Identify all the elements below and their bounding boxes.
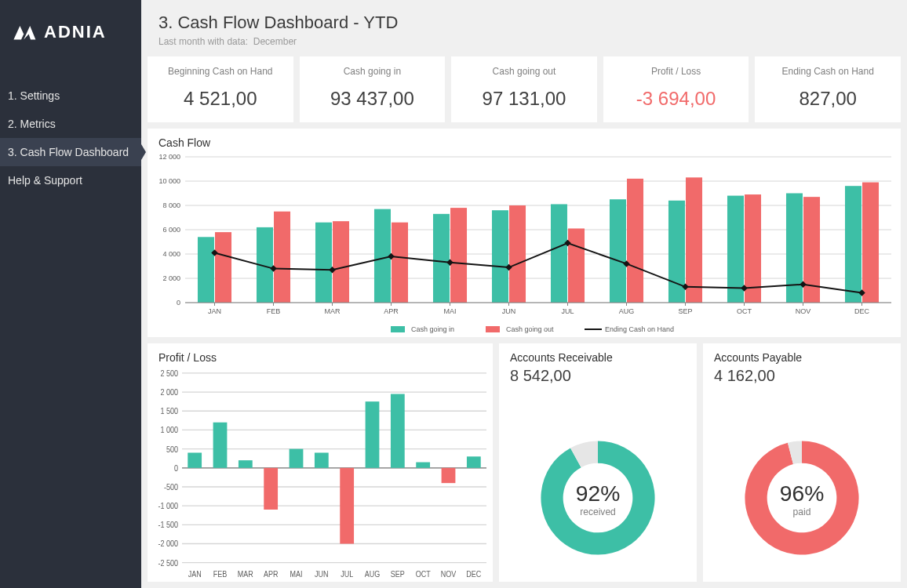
svg-text:12 000: 12 000 bbox=[158, 153, 180, 161]
kpi-value: 97 131,00 bbox=[456, 88, 592, 110]
svg-text:APR: APR bbox=[264, 568, 279, 579]
svg-rect-27 bbox=[392, 223, 408, 303]
svg-rect-43 bbox=[627, 179, 643, 303]
svg-text:FEB: FEB bbox=[267, 307, 281, 315]
svg-text:SEP: SEP bbox=[678, 307, 692, 315]
accounts-payable-panel: Accounts Payable 4 162,00 96%paid bbox=[703, 343, 901, 582]
svg-rect-15 bbox=[215, 232, 231, 303]
brand-name: ADNIA bbox=[44, 22, 107, 42]
svg-rect-122 bbox=[416, 463, 430, 468]
svg-rect-112 bbox=[290, 449, 304, 468]
svg-text:2 000: 2 000 bbox=[160, 387, 178, 397]
kpi-beginning-cash: Beginning Cash on Hand 4 521,00 bbox=[148, 56, 293, 122]
kpi-label: Cash going in bbox=[304, 66, 441, 77]
kpi-value: -3 694,00 bbox=[608, 88, 745, 110]
sidebar-item-settings[interactable]: 1. Settings bbox=[0, 82, 141, 110]
main: 3. Cash Flow Dashboard - YTD Last month … bbox=[141, 0, 907, 588]
kpi-value: 4 521,00 bbox=[152, 88, 289, 110]
svg-rect-110 bbox=[264, 468, 278, 510]
svg-text:Cash going out: Cash going out bbox=[506, 325, 554, 333]
svg-text:8 000: 8 000 bbox=[162, 201, 180, 209]
panel-title: Accounts Payable bbox=[703, 343, 901, 367]
svg-text:Ending Cash on Hand: Ending Cash on Hand bbox=[605, 325, 674, 333]
svg-text:JAN: JAN bbox=[208, 307, 221, 315]
svg-rect-59 bbox=[862, 183, 879, 303]
svg-rect-22 bbox=[315, 223, 332, 303]
svg-rect-35 bbox=[509, 205, 526, 303]
panel-title: Profit / Loss bbox=[148, 343, 493, 367]
kpi-value: 827,00 bbox=[759, 88, 896, 110]
svg-text:JAN: JAN bbox=[188, 568, 202, 579]
svg-rect-39 bbox=[568, 228, 585, 303]
svg-text:2 000: 2 000 bbox=[162, 274, 180, 282]
svg-rect-75 bbox=[391, 326, 405, 332]
svg-text:-1 500: -1 500 bbox=[158, 519, 178, 530]
page-header: 3. Cash Flow Dashboard - YTD Last month … bbox=[141, 0, 907, 56]
svg-rect-126 bbox=[467, 456, 481, 468]
svg-text:AUG: AUG bbox=[619, 307, 635, 315]
svg-rect-26 bbox=[374, 209, 391, 303]
svg-text:MAR: MAR bbox=[325, 307, 341, 315]
cash-flow-chart: 02 0004 0006 0008 00010 00012 000JANFEBM… bbox=[148, 152, 901, 339]
svg-text:4 000: 4 000 bbox=[162, 250, 180, 258]
kpi-profit-loss: Profit / Loss -3 694,00 bbox=[603, 56, 749, 122]
ar-amount: 8 542,00 bbox=[499, 367, 697, 390]
svg-rect-30 bbox=[433, 214, 450, 303]
svg-text:MAI: MAI bbox=[443, 307, 456, 315]
svg-text:FEB: FEB bbox=[213, 568, 227, 579]
svg-text:JUN: JUN bbox=[502, 307, 516, 315]
svg-text:JUN: JUN bbox=[315, 568, 328, 579]
svg-text:received: received bbox=[580, 506, 616, 517]
brand-logo-icon bbox=[11, 23, 38, 42]
svg-text:NOV: NOV bbox=[796, 307, 811, 315]
svg-text:1 500: 1 500 bbox=[160, 405, 178, 416]
panel-title: Accounts Receivable bbox=[499, 343, 697, 367]
svg-rect-116 bbox=[340, 468, 354, 544]
svg-text:6 000: 6 000 bbox=[162, 226, 180, 234]
kpi-label: Beginning Cash on Hand bbox=[152, 66, 289, 77]
svg-text:AUG: AUG bbox=[365, 568, 380, 579]
svg-text:DEC: DEC bbox=[466, 568, 481, 579]
kpi-label: Ending Cash on Hand bbox=[759, 66, 896, 77]
svg-rect-120 bbox=[391, 394, 405, 467]
kpi-cash-out: Cash going out 97 131,00 bbox=[451, 56, 597, 122]
brand-logo: ADNIA bbox=[0, 0, 141, 82]
svg-text:SEP: SEP bbox=[391, 568, 405, 579]
cash-flow-panel: Cash Flow 02 0004 0006 0008 00010 00012 … bbox=[148, 129, 901, 337]
kpi-label: Profit / Loss bbox=[608, 66, 745, 77]
svg-rect-54 bbox=[786, 194, 803, 303]
svg-rect-108 bbox=[239, 460, 253, 468]
svg-rect-34 bbox=[492, 210, 508, 303]
svg-text:96%: 96% bbox=[780, 481, 824, 506]
sidebar-item-metrics[interactable]: 2. Metrics bbox=[0, 110, 141, 138]
svg-text:JUL: JUL bbox=[341, 568, 353, 579]
svg-rect-23 bbox=[333, 221, 349, 303]
svg-rect-58 bbox=[845, 186, 861, 303]
ap-amount: 4 162,00 bbox=[703, 367, 901, 390]
svg-rect-14 bbox=[198, 237, 214, 303]
svg-rect-50 bbox=[727, 196, 744, 303]
ap-donut: 96%paid bbox=[703, 390, 901, 588]
svg-rect-77 bbox=[486, 326, 500, 332]
svg-rect-106 bbox=[213, 423, 228, 468]
page-title: 3. Cash Flow Dashboard - YTD bbox=[158, 13, 890, 33]
kpi-ending-cash: Ending Cash on Hand 827,00 bbox=[755, 56, 901, 122]
svg-rect-38 bbox=[551, 204, 567, 303]
svg-text:500: 500 bbox=[166, 443, 178, 454]
page-subtitle: Last month with data: December bbox=[158, 36, 890, 47]
svg-rect-31 bbox=[450, 208, 467, 303]
panel-title: Cash Flow bbox=[148, 129, 901, 152]
svg-rect-47 bbox=[686, 177, 702, 303]
sidebar-item-help-support[interactable]: Help & Support bbox=[0, 166, 141, 194]
svg-text:Cash going in: Cash going in bbox=[411, 325, 454, 333]
sidebar-item-cash-flow-dashboard[interactable]: 3. Cash Flow Dashboard bbox=[0, 138, 141, 166]
svg-text:92%: 92% bbox=[576, 481, 620, 506]
svg-rect-46 bbox=[668, 201, 685, 303]
svg-text:NOV: NOV bbox=[441, 568, 456, 579]
svg-rect-42 bbox=[610, 199, 626, 303]
kpi-row: Beginning Cash on Hand 4 521,00 Cash goi… bbox=[141, 56, 907, 129]
svg-text:MAR: MAR bbox=[238, 568, 253, 579]
svg-text:-2 500: -2 500 bbox=[158, 557, 178, 568]
subtitle-prefix: Last month with data: bbox=[158, 36, 248, 47]
svg-rect-124 bbox=[442, 468, 456, 483]
